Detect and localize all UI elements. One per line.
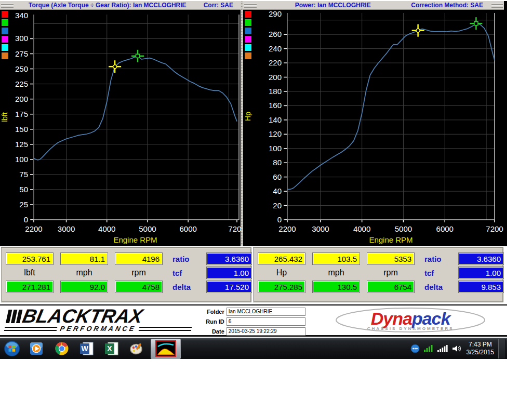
taskbar-clock[interactable]: 7:43 PM 3/25/2015 — [467, 341, 494, 356]
y-tick-label: 0 — [277, 215, 282, 224]
delta-value: 17.520 — [206, 281, 252, 293]
branding-strip: BLACKTRAX PERFORMANCE Folder Ian MCCLOGH… — [0, 304, 507, 337]
power-correction-label: Correction Method: SAE — [411, 2, 483, 9]
y-tick-label: 25 — [19, 200, 28, 209]
y-tick-label: 75 — [19, 170, 28, 179]
power-cursor2-value: 275.285 — [258, 281, 305, 293]
rpm-unit-label: rpm — [115, 268, 163, 277]
delta-value: 9.853 — [458, 281, 504, 293]
date-field[interactable]: 2015-03-25 19:22:29 — [227, 327, 305, 336]
cursor-marker-square[interactable] — [131, 50, 144, 62]
blacktrax-logo: BLACKTRAX PERFORMANCE — [4, 309, 196, 332]
run-id-field[interactable]: 6 — [227, 317, 305, 326]
cursor-circle — [113, 65, 117, 69]
torque-cursor2-value: 271.281 — [6, 281, 54, 293]
torque-titlebar[interactable]: Torque (Axle Torque ÷ Gear Ratio): Ian M… — [0, 1, 241, 10]
screen: Torque (Axle Torque ÷ Gear Ratio): Ian M… — [0, 0, 532, 399]
x-tick-label: 2200 — [278, 224, 296, 233]
torque-chart-window: Torque (Axle Torque ÷ Gear Ratio): Ian M… — [0, 1, 241, 246]
x-tick-label: 3000 — [312, 224, 329, 233]
x-tick-label: 7200 — [228, 224, 241, 233]
torque-correction-label: Corr: SAE — [204, 2, 233, 9]
y-tick-label: 20 — [273, 201, 282, 210]
power-cursor1-mph: 103.5 — [312, 252, 360, 265]
y-tick-label: 260 — [269, 30, 282, 38]
dyno-app-button-active[interactable] — [151, 339, 181, 359]
wireless-signal-icon[interactable] — [424, 344, 433, 353]
titlebar-grip-icon[interactable] — [244, 2, 257, 8]
clock-date: 3/25/2015 — [467, 349, 494, 356]
blacktrax-performance-text: PERFORMANCE — [59, 325, 137, 332]
tcf-label: tcf — [169, 269, 200, 277]
y-tick-label: 160 — [269, 101, 282, 110]
torque-cursor1-value: 253.761 — [6, 252, 54, 265]
dynapack-wordmark-red: Dyna — [371, 309, 412, 328]
y-tick-label: 0 — [24, 215, 28, 224]
power-chart-canvas[interactable]: 0204060801001201401601802002202402602902… — [243, 10, 504, 246]
tcf-value: 1.00 — [206, 267, 252, 279]
y-tick-label: 240 — [269, 44, 282, 53]
paint-icon[interactable] — [128, 340, 145, 357]
torque-chart-plot[interactable]: 0255075100125150175200225250275300340220… — [0, 10, 241, 246]
y-tick-label: 250 — [15, 64, 28, 73]
charts-row: Torque (Axle Torque ÷ Gear Ratio): Ian M… — [0, 1, 507, 246]
y-tick-label: 225 — [15, 79, 28, 88]
y-tick-label: 125 — [15, 140, 28, 149]
torque-unit-label: lbft — [6, 268, 54, 277]
delta-label: delta — [421, 283, 451, 291]
ratio-label: ratio — [169, 255, 200, 263]
excel-icon[interactable]: X — [103, 340, 121, 357]
torque-cursor1-rpm: 4196 — [115, 252, 163, 265]
ratio-value: 3.6360 — [458, 252, 504, 265]
y-max-label: 290 — [269, 10, 282, 18]
y-tick-label: 175 — [15, 110, 28, 118]
delta-label: delta — [169, 283, 200, 291]
y-tick-label: 60 — [273, 172, 282, 181]
svg-text:X: X — [107, 344, 112, 353]
dyno-app-icon — [155, 340, 176, 357]
show-desktop-button[interactable] — [498, 339, 506, 358]
cursor-circle — [416, 29, 420, 32]
y-tick-label: 200 — [269, 73, 282, 82]
torque-cursor2-rpm: 4758 — [115, 281, 163, 293]
x-tick-label: 4000 — [353, 224, 370, 233]
x-tick-label: 4000 — [98, 224, 115, 233]
folder-field[interactable]: Ian MCCLOGHRIE — [227, 308, 305, 316]
titlebar-grip-icon[interactable] — [491, 2, 503, 8]
power-titlebar[interactable]: Power: Ian MCCLOGHRIE Correction Method:… — [243, 1, 504, 10]
x-tick-label: 6000 — [436, 224, 454, 233]
ratio-value: 3.6360 — [206, 252, 252, 265]
start-button[interactable] — [3, 340, 21, 357]
power-cursor2-rpm: 6754 — [367, 281, 415, 293]
torque-chart-title: Torque (Axle Torque ÷ Gear Ratio): Ian M… — [15, 2, 201, 9]
cursor-marker-circle[interactable] — [109, 60, 121, 73]
torque-chart-canvas[interactable]: 0255075100125150175200225250275300340220… — [0, 10, 241, 246]
power-cursor1-value: 265.432 — [258, 252, 305, 265]
cursor-marker-circle[interactable] — [412, 24, 424, 37]
blacktrax-rule — [4, 327, 58, 331]
power-chart-window: Power: Ian MCCLOGHRIE Correction Method:… — [243, 1, 504, 246]
network-signal-icon[interactable] — [437, 344, 448, 353]
date-label: Date — [202, 328, 224, 335]
x-tick-label: 6000 — [179, 224, 196, 233]
y-axis-title: Hp — [244, 112, 252, 121]
word-icon[interactable]: W — [78, 340, 96, 357]
tray-app-icon[interactable] — [410, 344, 420, 353]
cursor-marker-square[interactable] — [470, 17, 482, 30]
y-tick-label: 100 — [269, 144, 282, 153]
cursor-square — [136, 54, 140, 58]
chrome-icon[interactable] — [53, 340, 71, 357]
media-player-icon[interactable] — [28, 340, 46, 357]
ratio-label: ratio — [421, 255, 451, 263]
volume-icon[interactable] — [452, 344, 462, 353]
run-id-label: Run ID — [202, 318, 224, 325]
x-tick-label: 5000 — [139, 224, 156, 233]
y-tick-label: 150 — [15, 125, 28, 134]
y-max-label: 340 — [15, 11, 28, 20]
power-chart-plot[interactable]: 0204060801001201401601802002202402602902… — [243, 10, 504, 246]
power-cursor1-rpm: 5353 — [367, 252, 415, 265]
folder-label: Folder — [202, 309, 224, 315]
y-tick-label: 50 — [19, 185, 28, 194]
titlebar-grip-icon[interactable] — [1, 2, 14, 8]
power-data-panel: 265.432 103.5 5353 ratio 3.6360 Hp mph r… — [253, 247, 503, 302]
